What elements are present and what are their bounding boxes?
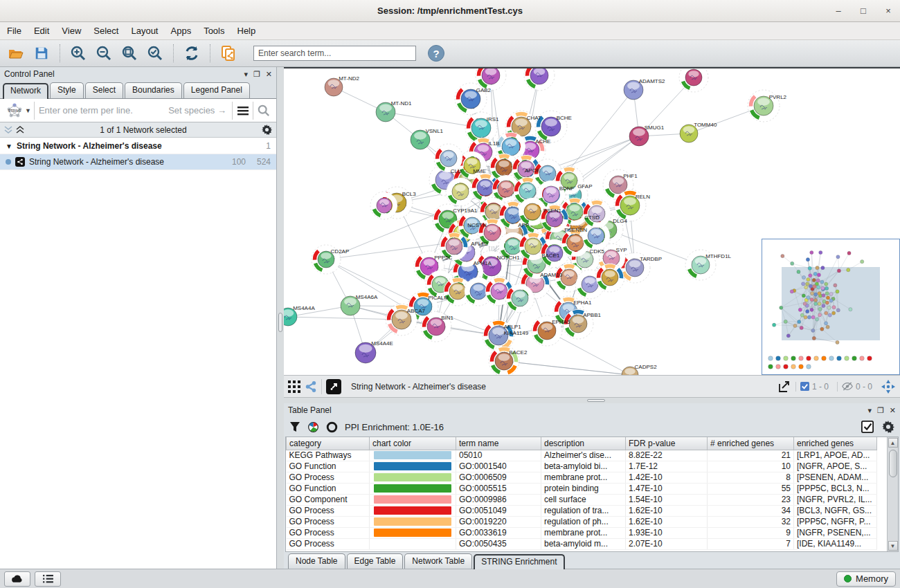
birds-eye-view[interactable] bbox=[762, 239, 900, 375]
zoom-fit-button[interactable] bbox=[119, 43, 140, 64]
tab-select[interactable]: Select bbox=[85, 82, 123, 98]
share-network-icon[interactable] bbox=[305, 380, 317, 393]
refresh-button[interactable] bbox=[181, 43, 202, 64]
panel-float-icon[interactable]: ❐ bbox=[253, 70, 260, 79]
table-row[interactable]: GO ProcessGO:0051049regulation of tra...… bbox=[287, 505, 877, 516]
table-row[interactable]: GO FunctionGO:0001540beta-amyloid bi...1… bbox=[287, 461, 877, 472]
memory-button[interactable]: Memory bbox=[836, 571, 896, 587]
chart-color-swatch bbox=[374, 495, 451, 504]
column-header[interactable]: category bbox=[287, 437, 370, 450]
panel-float-icon[interactable]: ❐ bbox=[877, 406, 884, 415]
open-in-string-button[interactable] bbox=[326, 379, 341, 394]
tab-edge-table[interactable]: Edge Table bbox=[347, 553, 404, 569]
tab-string-enrichment[interactable]: STRING Enrichment bbox=[474, 554, 564, 569]
scroll-up-arrow[interactable]: ▲ bbox=[888, 438, 898, 448]
svg-text:APH1A: APH1A bbox=[474, 260, 492, 266]
panel-close-icon[interactable]: ✕ bbox=[266, 70, 272, 79]
menu-select[interactable]: Select bbox=[93, 26, 118, 36]
table-row[interactable]: GO ProcessGO:0033619membrane prot...1.93… bbox=[287, 527, 877, 538]
tab-node-table[interactable]: Node Table bbox=[288, 553, 345, 569]
search-input[interactable] bbox=[253, 46, 416, 61]
collapse-all-icon[interactable] bbox=[16, 126, 25, 134]
ring-icon[interactable] bbox=[326, 421, 338, 433]
panel-close-icon[interactable]: ✕ bbox=[890, 406, 896, 415]
help-button[interactable]: ? bbox=[428, 45, 444, 62]
tab-style[interactable]: Style bbox=[50, 82, 84, 98]
svg-text:MT-ND2: MT-ND2 bbox=[339, 75, 359, 82]
menu-apps[interactable]: Apps bbox=[171, 26, 192, 36]
table-row[interactable]: KEGG Pathways05010Alzheimer's dise...8.8… bbox=[287, 450, 877, 461]
table-row[interactable]: GO ComponentGO:0009986cell surface1.54E-… bbox=[287, 494, 877, 505]
filter-icon[interactable] bbox=[289, 421, 300, 432]
menu-tools[interactable]: Tools bbox=[204, 26, 224, 36]
table-row[interactable]: GO FunctionGO:0005515protein binding1.47… bbox=[287, 483, 877, 494]
network-node-count: 100 bbox=[232, 157, 246, 167]
column-header[interactable]: chart color bbox=[370, 437, 456, 450]
clone-network-button[interactable] bbox=[218, 43, 239, 64]
select-check-icon[interactable] bbox=[861, 421, 874, 433]
horizontal-splitter[interactable] bbox=[284, 398, 900, 403]
list-icon bbox=[43, 574, 53, 583]
toolbar-separator bbox=[210, 44, 210, 62]
close-button[interactable]: × bbox=[883, 6, 893, 16]
svg-text:KIAA1149: KIAA1149 bbox=[504, 330, 529, 336]
table-row[interactable]: GO ProcessGO:0006509membrane prot...1.42… bbox=[287, 472, 877, 483]
network-name: String Network - Alzheimer's disease bbox=[29, 157, 164, 167]
save-session-button[interactable] bbox=[31, 43, 52, 64]
selected-count-badge: 1 - 0 bbox=[795, 382, 833, 392]
maximize-button[interactable]: □ bbox=[858, 6, 868, 16]
open-session-button[interactable] bbox=[6, 43, 26, 64]
column-header[interactable]: term name bbox=[456, 437, 541, 450]
tree-expander-icon[interactable]: ▼ bbox=[6, 143, 12, 150]
zoom-selected-button[interactable] bbox=[145, 43, 165, 64]
network-row[interactable]: String Network - Alzheimer's disease 100… bbox=[0, 154, 276, 170]
svg-text:CADPS2: CADPS2 bbox=[635, 364, 658, 370]
expand-all-icon[interactable] bbox=[4, 126, 13, 134]
panel-menu-icon[interactable]: ▾ bbox=[867, 406, 872, 415]
table-row[interactable]: GO ProcessGO:0019220regulation of ph...1… bbox=[287, 516, 877, 527]
zoom-out-button[interactable] bbox=[93, 43, 114, 64]
task-history-button[interactable] bbox=[35, 571, 61, 587]
tab-legend-panel[interactable]: Legend Panel bbox=[183, 82, 250, 98]
automation-status-button[interactable] bbox=[4, 571, 30, 587]
column-header[interactable]: description bbox=[541, 437, 626, 450]
gear-icon[interactable] bbox=[262, 125, 272, 135]
string-protein-query-selector[interactable]: STRING ▼ bbox=[3, 102, 35, 120]
splitter-handle[interactable] bbox=[587, 399, 605, 402]
splitter-handle[interactable] bbox=[278, 313, 282, 332]
vertical-splitter[interactable] bbox=[277, 67, 284, 569]
export-view-icon[interactable] bbox=[777, 380, 791, 394]
chart-color-icon[interactable] bbox=[307, 421, 319, 433]
panel-menu-icon[interactable]: ▾ bbox=[244, 70, 248, 79]
refresh-icon bbox=[183, 45, 200, 62]
scroll-down-arrow[interactable]: ▼ bbox=[888, 541, 898, 551]
tab-boundaries[interactable]: Boundaries bbox=[125, 82, 182, 98]
tab-network[interactable]: Network bbox=[3, 83, 48, 99]
menu-file[interactable]: File bbox=[7, 26, 21, 36]
minimize-button[interactable]: – bbox=[834, 6, 843, 16]
string-options-button[interactable] bbox=[232, 102, 253, 120]
gear-icon[interactable] bbox=[882, 421, 894, 433]
collection-name: String Network - Alzheimer's disease bbox=[17, 141, 162, 151]
tab-network-table[interactable]: Network Table bbox=[404, 553, 472, 569]
grid-mode-icon[interactable] bbox=[288, 380, 300, 393]
menu-edit[interactable]: Edit bbox=[34, 26, 49, 36]
string-search-button[interactable] bbox=[253, 102, 273, 120]
enrichment-table: categorychart colorterm namedescriptionF… bbox=[285, 437, 899, 552]
scroll-thumb[interactable] bbox=[889, 450, 897, 477]
menu-view[interactable]: View bbox=[62, 26, 81, 36]
table-scrollbar[interactable]: ▲ ▼ bbox=[887, 437, 898, 551]
column-header[interactable]: # enriched genes bbox=[708, 437, 794, 450]
network-canvas[interactable]: MT-ND2MT-ND1VSNL1GAB2ADAMTS2SMUG1TOMM40P… bbox=[284, 67, 900, 375]
table-row[interactable]: GO ProcessGO:0050435beta-amyloid m...2.0… bbox=[287, 538, 877, 549]
string-query-input[interactable] bbox=[35, 105, 168, 116]
zoom-in-button[interactable] bbox=[68, 43, 89, 64]
network-collection-row[interactable]: ▼ String Network - Alzheimer's disease 1 bbox=[0, 138, 276, 154]
toolbar-separator bbox=[173, 44, 174, 62]
navigator-icon[interactable] bbox=[881, 379, 896, 394]
column-header[interactable]: enriched genes bbox=[794, 437, 877, 450]
menu-help[interactable]: Help bbox=[237, 26, 256, 36]
floppy-icon bbox=[34, 46, 49, 61]
column-header[interactable]: FDR p-value bbox=[626, 437, 708, 450]
menu-layout[interactable]: Layout bbox=[131, 26, 158, 36]
